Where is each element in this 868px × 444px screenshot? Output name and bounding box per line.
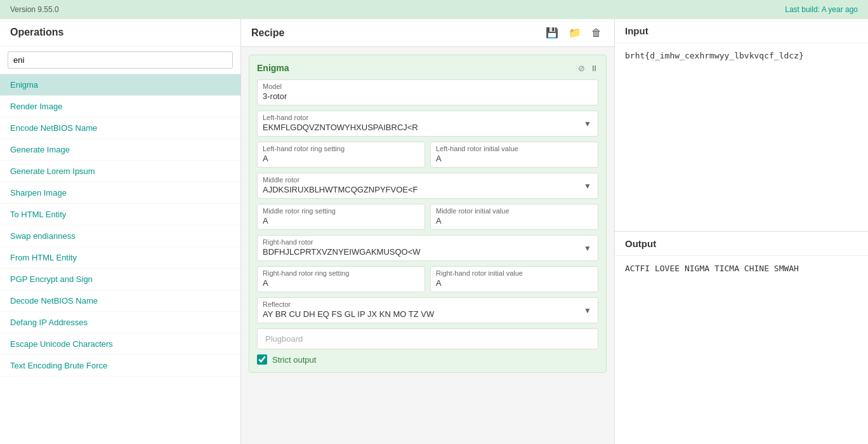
sidebar: Operations EnigmaRender ImageEncode NetB…: [0, 19, 241, 444]
input-content: brht{d_imhw_cexhrmwyy_lbvkvqcf_ldcz}: [615, 43, 868, 231]
strict-output-label[interactable]: Strict output: [272, 355, 316, 365]
model-label: Model: [258, 80, 598, 90]
middle-rotor-ring-setting-value: A: [258, 215, 424, 229]
left-hand-rotor-initial-value-label: Left-hand rotor initial value: [431, 142, 598, 152]
right-hand-rotor-arrow: ▼: [577, 244, 598, 253]
sidebar-item-5[interactable]: Sharpen Image: [0, 182, 240, 204]
sidebar-item-3[interactable]: Generate Image: [0, 139, 240, 161]
output-section: Output ACTFI LOVEE NIGMA TICMA CHINE SMW…: [615, 232, 868, 444]
sidebar-item-8[interactable]: From HTML Entity: [0, 247, 240, 269]
right-hand-rotor-ring-setting-value: A: [258, 277, 424, 292]
right-hand-rotor-initial-value-field: Right-hand rotor initial value A: [430, 266, 598, 292]
sidebar-item-11[interactable]: Defang IP Addresses: [0, 312, 240, 333]
middle-rotor-initial-value-field: Middle rotor initial value A: [430, 204, 598, 230]
output-content: ACTFI LOVEE NIGMA TICMA CHINE SMWAH: [615, 256, 868, 281]
model-field: Model 3-rotor: [257, 79, 598, 105]
right-hand-rotor-ring-setting-field: Right-hand rotor ring setting A: [257, 266, 425, 292]
save-button[interactable]: 💾: [543, 25, 561, 40]
recipe-title: Recipe: [251, 27, 284, 39]
last-build-text[interactable]: Last build: A year ago: [785, 5, 858, 14]
left-hand-rotor-initial-value-field: Left-hand rotor initial value A: [430, 142, 598, 168]
right-hand-rotor-ring-setting-label: Right-hand rotor ring setting: [258, 267, 424, 277]
right-panel: Input brht{d_imhw_cexhrmwyy_lbvkvqcf_ldc…: [614, 19, 868, 444]
right-hand-rotor-initial-value-value: A: [431, 277, 598, 292]
center-panel: Recipe 💾 📁 🗑 Enigma ⊘ ⏸ Model: [241, 19, 614, 444]
sidebar-list: EnigmaRender ImageEncode NetBIOS NameGen…: [0, 74, 240, 444]
output-header: Output: [615, 232, 868, 256]
reflector-label: Reflector: [258, 298, 577, 308]
enigma-header-icons: ⊘ ⏸: [578, 64, 598, 73]
sidebar-item-13[interactable]: Text Encoding Brute Force: [0, 355, 240, 377]
sidebar-item-1[interactable]: Render Image: [0, 96, 240, 118]
right-hand-rotor-field[interactable]: Right-hand rotor BDFHJLCPRTXVZNYEIWGAKMU…: [257, 235, 598, 261]
middle-rotor-settings-row: Middle rotor ring setting A Middle rotor…: [257, 204, 598, 230]
reflector-field[interactable]: Reflector AY BR CU DH EQ FS GL IP JX KN …: [257, 297, 598, 323]
main-layout: Operations EnigmaRender ImageEncode NetB…: [0, 19, 868, 444]
sidebar-item-10[interactable]: Decode NetBIOS Name: [0, 290, 240, 312]
middle-rotor-ring-setting-label: Middle rotor ring setting: [258, 205, 424, 215]
sidebar-item-9[interactable]: PGP Encrypt and Sign: [0, 269, 240, 290]
middle-rotor-initial-value-value: A: [431, 215, 598, 229]
folder-button[interactable]: 📁: [566, 25, 584, 40]
right-hand-rotor-settings-row: Right-hand rotor ring setting A Right-ha…: [257, 266, 598, 292]
input-section: Input brht{d_imhw_cexhrmwyy_lbvkvqcf_ldc…: [615, 19, 868, 231]
middle-rotor-value: AJDKSIRUXBLHWTMCQGZNPYFVOE<F: [258, 184, 577, 198]
middle-rotor-field[interactable]: Middle rotor AJDKSIRUXBLHWTMCQGZNPYFVOE<…: [257, 173, 598, 199]
strict-output-checkbox[interactable]: [257, 354, 267, 365]
left-hand-rotor-arrow: ▼: [577, 119, 598, 128]
left-hand-rotor-label: Left-hand rotor: [258, 111, 577, 121]
middle-rotor-label: Middle rotor: [258, 173, 577, 184]
pause-icon[interactable]: ⏸: [590, 64, 598, 73]
sidebar-item-4[interactable]: Generate Lorem Ipsum: [0, 161, 240, 182]
left-hand-rotor-ring-setting-value: A: [258, 152, 424, 167]
plugboard-placeholder: Plugboard: [265, 334, 303, 344]
left-hand-rotor-field[interactable]: Left-hand rotor EKMFLGDQVZNTOWYHXUSPAIBR…: [257, 111, 598, 137]
recipe-header: Recipe 💾 📁 🗑: [241, 19, 614, 47]
strict-output-row: Strict output: [257, 354, 598, 365]
sidebar-item-12[interactable]: Escape Unicode Characters: [0, 333, 240, 355]
disable-icon[interactable]: ⊘: [578, 64, 585, 73]
sidebar-header: Operations: [0, 19, 240, 46]
sidebar-item-2[interactable]: Encode NetBIOS Name: [0, 118, 240, 139]
trash-button[interactable]: 🗑: [589, 26, 604, 40]
middle-rotor-arrow: ▼: [577, 182, 598, 191]
model-value: 3-rotor: [258, 90, 598, 105]
sidebar-item-0[interactable]: Enigma: [0, 74, 240, 96]
enigma-card-header: Enigma ⊘ ⏸: [257, 63, 598, 73]
recipe-content: Enigma ⊘ ⏸ Model 3-rotor Left-hand rotor…: [241, 47, 614, 444]
version-text: Version 9.55.0: [10, 5, 59, 14]
left-hand-rotor-initial-value-value: A: [431, 152, 598, 167]
enigma-card: Enigma ⊘ ⏸ Model 3-rotor Left-hand rotor…: [249, 55, 607, 373]
sidebar-item-6[interactable]: To HTML Entity: [0, 204, 240, 225]
middle-rotor-ring-setting-field: Middle rotor ring setting A: [257, 204, 425, 230]
left-hand-rotor-ring-setting-field: Left-hand rotor ring setting A: [257, 142, 425, 168]
plugboard-field[interactable]: Plugboard: [257, 328, 598, 349]
sidebar-search-container: [0, 46, 240, 74]
top-bar: Version 9.55.0 Last build: A year ago: [0, 0, 868, 19]
right-hand-rotor-initial-value-label: Right-hand rotor initial value: [431, 267, 598, 277]
recipe-header-icons: 💾 📁 🗑: [543, 25, 604, 40]
reflector-value: AY BR CU DH EQ FS GL IP JX KN MO TZ VW: [258, 308, 577, 323]
search-input[interactable]: [8, 51, 233, 69]
sidebar-item-7[interactable]: Swap endianness: [0, 225, 240, 247]
left-hand-rotor-value: EKMFLGDQVZNTOWYHXUSPAIBRCJ<R: [258, 121, 577, 136]
left-hand-rotor-settings-row: Left-hand rotor ring setting A Left-hand…: [257, 142, 598, 168]
reflector-arrow: ▼: [577, 306, 598, 315]
left-hand-rotor-ring-setting-label: Left-hand rotor ring setting: [258, 142, 424, 152]
input-header: Input: [615, 19, 868, 43]
right-hand-rotor-value: BDFHJLCPRTXVZNYEIWGAKMUSQO<W: [258, 246, 577, 260]
right-hand-rotor-label: Right-hand rotor: [258, 236, 577, 246]
middle-rotor-initial-value-label: Middle rotor initial value: [431, 205, 598, 215]
enigma-title: Enigma: [257, 63, 289, 73]
